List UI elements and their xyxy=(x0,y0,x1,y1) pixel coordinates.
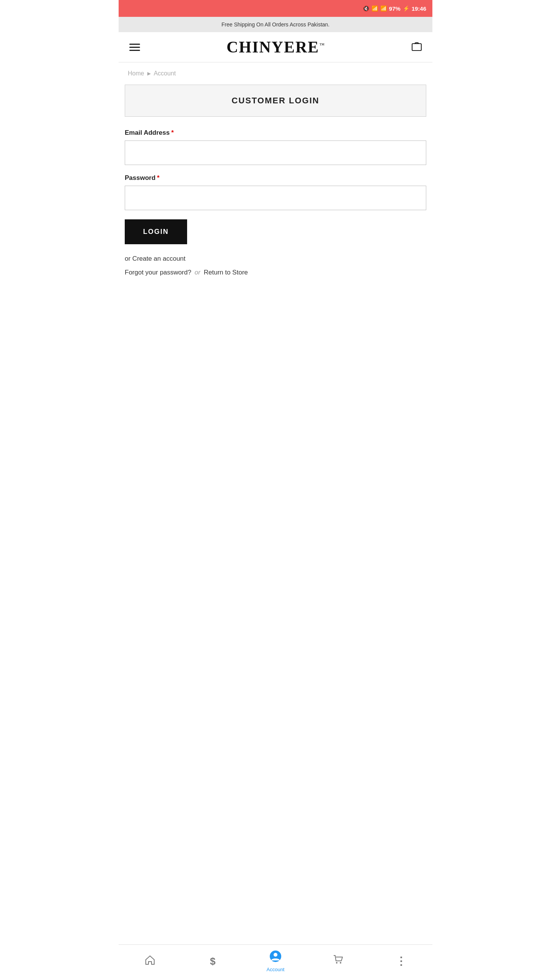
cart-nav-icon xyxy=(333,955,344,968)
email-required-star: * xyxy=(171,129,174,136)
nav-account-label: Account xyxy=(267,967,285,972)
breadcrumb-current: Account xyxy=(154,70,176,77)
breadcrumb-home[interactable]: Home xyxy=(128,70,144,77)
wifi-icon: 📶 xyxy=(372,5,378,11)
email-input[interactable] xyxy=(125,140,426,165)
battery-charging-icon: ⚡ xyxy=(403,5,409,11)
email-form-group: Email Address* xyxy=(125,129,426,165)
announcement-bar: Free Shipping On All Orders Across Pakis… xyxy=(119,17,432,32)
cart-button[interactable] xyxy=(410,39,423,55)
nav-item-account[interactable]: Account xyxy=(264,950,287,972)
breadcrumb-separator: ▶ xyxy=(147,71,151,76)
return-to-store-link[interactable]: Return to Store xyxy=(204,269,248,276)
home-icon xyxy=(145,955,155,968)
create-account-link[interactable]: Create an account xyxy=(132,255,186,262)
hamburger-line-2 xyxy=(129,47,140,48)
password-input[interactable] xyxy=(125,186,426,210)
currency-icon: $ xyxy=(210,956,215,967)
site-logo[interactable]: CHINYERE™ xyxy=(142,39,410,55)
nav-item-more[interactable]: ⋮ xyxy=(390,956,412,967)
main-content: CUSTOMER LOGIN Email Address* Password* … xyxy=(119,85,432,315)
login-box: CUSTOMER LOGIN xyxy=(125,85,426,117)
forgot-password-link[interactable]: Forgot your password? xyxy=(125,269,191,276)
status-icons: 🔇 📶 📶 97% ⚡ 19:46 xyxy=(363,5,426,12)
hamburger-line-1 xyxy=(129,44,140,45)
nav-item-cart[interactable] xyxy=(327,955,350,968)
password-form-group: Password* xyxy=(125,174,426,210)
status-bar: 🔇 📶 📶 97% ⚡ 19:46 xyxy=(119,0,432,17)
svg-point-2 xyxy=(274,953,277,957)
password-required-star: * xyxy=(157,174,160,181)
or-text-2: or xyxy=(195,269,201,276)
or-text-1: or xyxy=(125,255,130,262)
breadcrumb: Home ▶ Account xyxy=(119,62,432,85)
forgot-line: Forgot your password? or Return to Store xyxy=(125,269,426,276)
nav-item-home[interactable] xyxy=(139,955,161,968)
hamburger-menu[interactable] xyxy=(128,42,142,52)
battery-percent: 97% xyxy=(389,5,401,12)
svg-point-4 xyxy=(340,962,341,964)
email-label: Email Address* xyxy=(125,129,426,137)
more-icon: ⋮ xyxy=(396,956,406,967)
announcement-text: Free Shipping On All Orders Across Pakis… xyxy=(222,21,329,28)
svg-point-3 xyxy=(336,962,337,964)
nav-item-currency[interactable]: $ xyxy=(201,956,224,967)
header: CHINYERE™ xyxy=(119,32,432,62)
password-label: Password* xyxy=(125,174,426,182)
signal-icon: 📶 xyxy=(380,5,387,11)
bottom-nav: $ Account ⋮ xyxy=(119,944,432,980)
account-icon xyxy=(269,950,282,965)
login-box-title: CUSTOMER LOGIN xyxy=(231,96,319,105)
svg-rect-0 xyxy=(412,44,421,51)
mute-icon: 🔇 xyxy=(363,5,369,11)
login-button[interactable]: LOGIN xyxy=(125,219,187,244)
create-account-line: or Create an account xyxy=(125,255,426,263)
clock: 19:46 xyxy=(412,5,426,12)
hamburger-line-3 xyxy=(129,50,140,51)
